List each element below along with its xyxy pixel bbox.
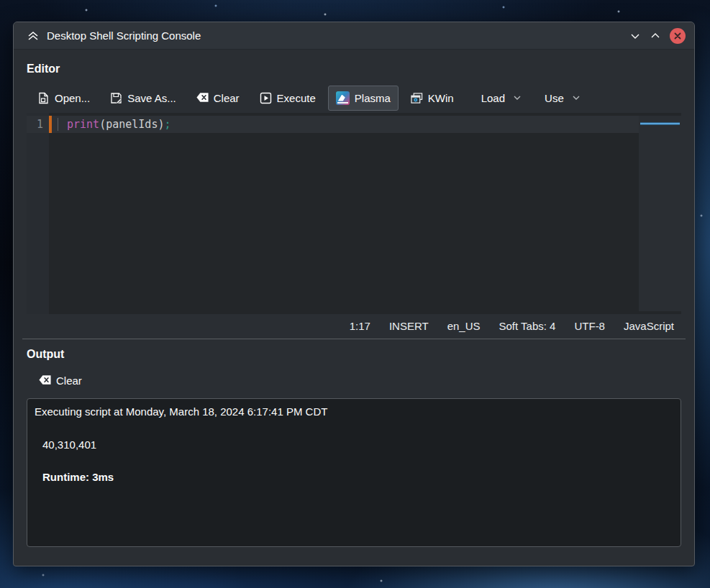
plasma-button-label: Plasma — [355, 92, 391, 104]
load-button-label: Load — [481, 92, 505, 104]
statusbar-encoding[interactable]: UTF-8 — [574, 320, 605, 332]
code-token-function: print — [67, 118, 99, 131]
minimap-code-line — [640, 122, 680, 125]
plasma-toggle-button[interactable]: Plasma — [328, 86, 399, 111]
maximize-button[interactable] — [645, 26, 665, 46]
clear-backspace-icon — [39, 375, 51, 387]
plasma-logo-icon — [336, 91, 350, 105]
open-button[interactable]: Open... — [29, 86, 98, 110]
code-line-1[interactable]: 1 print(panelIds); — [27, 116, 639, 133]
section-divider — [22, 339, 686, 339]
output-panel[interactable]: Executing script at Monday, March 18, 20… — [27, 398, 681, 547]
code-editor[interactable]: 1 print(panelIds); — [27, 113, 681, 314]
editor-statusbar: 1:17 INSERT en_US Soft Tabs: 4 UTF-8 Jav… — [27, 314, 681, 337]
execute-play-icon — [260, 92, 272, 104]
kwin-button-label: KWin — [428, 92, 454, 104]
output-toolbar: Clear — [27, 368, 681, 392]
modified-line-marker — [49, 116, 52, 133]
output-runtime-line: Runtime: 3ms — [42, 471, 673, 483]
statusbar-input-mode[interactable]: INSERT — [389, 320, 429, 332]
execute-button[interactable]: Execute — [252, 86, 324, 110]
load-dropdown-button[interactable]: Load — [473, 86, 529, 110]
save-as-button-label: Save As... — [127, 92, 176, 104]
output-clear-button[interactable]: Clear — [31, 369, 90, 392]
titlebar[interactable]: Desktop Shell Scripting Console — [14, 22, 694, 50]
chevron-down-icon — [513, 95, 522, 101]
editor-section-heading: Editor — [27, 63, 681, 75]
clear-backspace-icon — [196, 92, 209, 104]
statusbar-cursor-position[interactable]: 1:17 — [350, 320, 370, 332]
statusbar-dictionary[interactable]: en_US — [447, 320, 481, 332]
scripting-console-window: Desktop Shell Scripting Console Editor — [13, 22, 695, 566]
code-token-close-paren: ) — [158, 118, 164, 131]
editor-clear-button[interactable]: Clear — [188, 86, 247, 110]
output-exec-line: Executing script at Monday, March 18, 20… — [35, 405, 673, 418]
window-content: Editor Open... — [14, 50, 694, 566]
window-title: Desktop Shell Scripting Console — [47, 29, 625, 42]
close-button[interactable] — [670, 28, 686, 44]
close-icon — [673, 32, 682, 40]
scrollbar-minimap[interactable] — [639, 116, 681, 311]
statusbar-language[interactable]: JavaScript — [624, 320, 674, 332]
code-token-semicolon: ; — [164, 118, 170, 131]
line-number-gutter — [27, 113, 49, 314]
open-document-icon — [37, 92, 50, 104]
editor-toolbar: Open... Save As... — [27, 83, 681, 113]
output-clear-button-label: Clear — [56, 375, 82, 387]
statusbar-tab-mode[interactable]: Soft Tabs: 4 — [499, 320, 556, 332]
editor-clear-button-label: Clear — [214, 92, 240, 104]
use-button-label: Use — [545, 92, 564, 104]
kwin-windows-icon — [411, 92, 423, 104]
line-number: 1 — [27, 118, 49, 131]
use-dropdown-button[interactable]: Use — [537, 86, 588, 110]
execute-button-label: Execute — [277, 92, 316, 104]
shade-double-chevron-icon[interactable] — [27, 29, 40, 42]
save-as-floppy-icon — [110, 92, 122, 104]
kwin-toggle-button[interactable]: KWin — [403, 86, 462, 110]
code-token-open-paren: ( — [99, 118, 106, 131]
save-as-button[interactable]: Save As... — [102, 86, 184, 110]
open-button-label: Open... — [55, 92, 90, 104]
code-text: print(panelIds); — [58, 118, 171, 131]
code-token-argument: panelIds — [106, 118, 158, 131]
output-result-line: 40,310,401 — [42, 438, 673, 451]
output-section-heading: Output — [27, 348, 681, 361]
chevron-down-icon — [572, 95, 581, 101]
minimize-button[interactable] — [625, 26, 645, 46]
